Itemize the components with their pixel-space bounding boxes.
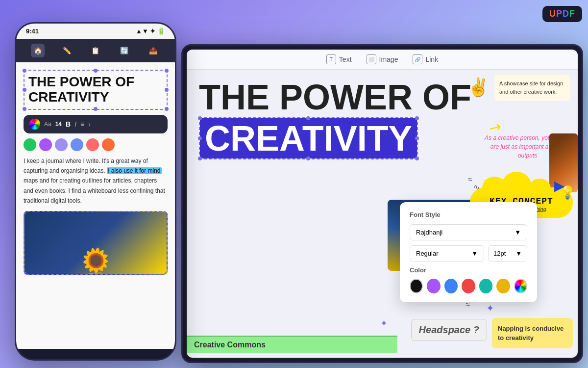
toolbar-image[interactable]: ⬜ Image: [367, 54, 398, 64]
toolbar-tool3[interactable]: 🔄: [118, 44, 131, 57]
popup-swatch-blue[interactable]: [444, 279, 458, 293]
swatch-red[interactable]: [86, 138, 99, 151]
swatch-blue[interactable]: [71, 138, 83, 151]
phone-time: 9:41: [26, 27, 39, 35]
phone-body-text: I keep a journal where I write. It's a g…: [24, 156, 168, 206]
selection-dot-br: [165, 107, 169, 111]
selection-dot-cr-tl: [198, 116, 202, 120]
color-section-label: Color: [410, 266, 527, 274]
sunflower-emoji: 🌻: [77, 249, 114, 275]
swatch-lavender[interactable]: [55, 138, 68, 151]
showcase-box: A showcase site for design and other cre…: [494, 75, 570, 101]
popup-swatch-purple[interactable]: [427, 279, 440, 293]
phone-mockup: 9:41 ▲▼ ✦ 🔋 🏠 ✏️ 📋 🔄 📤 THE POWER OF CREA…: [15, 22, 176, 361]
selection-dot-rm: [165, 88, 169, 92]
tablet-inner: T Text ⬜ Image 🔗 Link THE POWER OF: [187, 50, 578, 358]
creative-commons-bar: Creative Commons: [187, 336, 397, 353]
star-deco1: ✦: [486, 302, 494, 314]
creativity-selection-box: CREATIVITY: [199, 117, 418, 159]
creative-commons-label: Creative Commons: [194, 341, 266, 349]
toolbar-text[interactable]: T Text: [326, 54, 352, 64]
selection-dot-tr2: [165, 211, 168, 214]
updf-logo: UPDF: [542, 6, 582, 22]
color-wheel-icon[interactable]: [29, 119, 40, 130]
tablet-toolbar: T Text ⬜ Image 🔗 Link: [187, 50, 578, 70]
popup-swatch-teal[interactable]: [479, 279, 492, 293]
logo-letter-f: F: [569, 9, 575, 19]
popup-color-swatches: [410, 279, 527, 293]
font-size-value: 12pt: [493, 250, 506, 257]
italic-button[interactable]: I: [74, 120, 76, 128]
image-label: Image: [379, 55, 398, 63]
logo-letter-d: D: [563, 9, 569, 19]
logo-letter-u: U: [549, 9, 556, 19]
popup-swatch-yellow[interactable]: [496, 279, 510, 293]
font-size: 14: [55, 121, 62, 128]
tablet-content: THE POWER OF CREATIVITY ▶ ✌️: [187, 70, 578, 353]
font-dropdown-icon: ▼: [514, 229, 521, 236]
color-swatches: [24, 138, 168, 151]
font-weight-select[interactable]: Regular ▼: [410, 245, 484, 262]
font-weight-value: Regular: [416, 250, 439, 257]
popup-swatch-rainbow[interactable]: [514, 279, 527, 293]
napping-text: Napping is conducive to creativity: [498, 325, 564, 342]
selection-dot-tm: [94, 69, 98, 73]
selection-dot-cr-bm: [306, 157, 310, 160]
more-button[interactable]: ›: [88, 120, 91, 128]
color-toolbar: Aa 14 B I ≡ ›: [24, 115, 168, 133]
bold-button[interactable]: B: [66, 120, 71, 128]
font-popup-title: Font Style: [410, 211, 527, 218]
image-icon: ⬜: [367, 54, 376, 64]
star-deco2: ✦: [380, 318, 388, 329]
toolbar-tool4[interactable]: 📤: [147, 44, 160, 57]
selection-dot-tr: [165, 69, 169, 73]
font-size-dropdown-icon: ▼: [515, 250, 522, 257]
squiggle1: ≈: [468, 175, 472, 184]
font-name-value: Rajdhanji: [416, 229, 442, 236]
headspace-label: Headspace ?: [419, 324, 479, 335]
headspace-box: Headspace ?: [411, 319, 487, 341]
font-name-select[interactable]: Rajdhanji ▼: [410, 224, 527, 240]
swatch-green[interactable]: [24, 138, 36, 151]
font-style-popup[interactable]: Font Style Rajdhanji ▼ Regular ▼ 12pt ▼: [400, 202, 537, 302]
text-label: Text: [339, 55, 352, 63]
selection-dot-tl2: [24, 211, 26, 214]
selection-dot-tl: [23, 69, 26, 73]
phone-toolbar: 🏠 ✏️ 📋 🔄 📤: [16, 39, 175, 62]
toolbar-link[interactable]: 🔗 Link: [413, 54, 438, 64]
tablet-mockup: T Text ⬜ Image 🔗 Link THE POWER OF: [181, 44, 583, 363]
list-button[interactable]: ≡: [80, 120, 84, 128]
highlighted-text: I also use it for mind: [107, 167, 161, 174]
tablet-creativity-text: CREATIVITY: [200, 118, 417, 158]
swatch-orange[interactable]: [102, 138, 115, 151]
link-label: Link: [425, 55, 438, 63]
toolbar-tool1[interactable]: ✏️: [60, 44, 74, 57]
selection-dot-bm: [94, 107, 98, 111]
selection-dot-bl2: [24, 272, 26, 275]
selection-dot-cr-tr: [415, 116, 419, 120]
logo-letter-p: P: [556, 9, 563, 19]
phone-status-bar: 9:41 ▲▼ ✦ 🔋: [16, 24, 175, 39]
popup-swatch-red[interactable]: [462, 279, 475, 293]
selection-dot-cr-lm: [198, 136, 202, 140]
link-icon: 🔗: [413, 54, 422, 64]
phone-icons: ▲▼ ✦ 🔋: [136, 27, 165, 35]
text-icon: T: [326, 54, 336, 64]
swatch-purple[interactable]: [39, 138, 52, 151]
toolbar-tool2[interactable]: 📋: [89, 44, 102, 57]
font-label: Aa: [44, 121, 51, 128]
phone-sunflower-image: 🌻: [24, 211, 168, 275]
selection-dot-lm: [23, 88, 26, 92]
toolbar-home[interactable]: 🏠: [31, 44, 45, 57]
selection-dot-cr-bl: [198, 157, 202, 160]
selection-dot-cr-br: [415, 157, 419, 160]
cursor-arrow: ▶: [554, 178, 565, 194]
peace-emoji: ✌️: [467, 77, 490, 98]
phone-content: THE POWER OF CREATIVITY Aa 14 B I ≡ › I …: [16, 62, 175, 349]
font-size-select[interactable]: 12pt ▼: [488, 245, 527, 262]
popup-swatch-black[interactable]: [410, 279, 423, 293]
font-weight-dropdown-icon: ▼: [471, 250, 478, 257]
phone-doc-title: THE POWER OF CREATIVITY: [24, 70, 168, 110]
phone-title-line2: CREATIVITY: [28, 89, 109, 105]
tablet-creativity-row: CREATIVITY: [199, 117, 418, 159]
